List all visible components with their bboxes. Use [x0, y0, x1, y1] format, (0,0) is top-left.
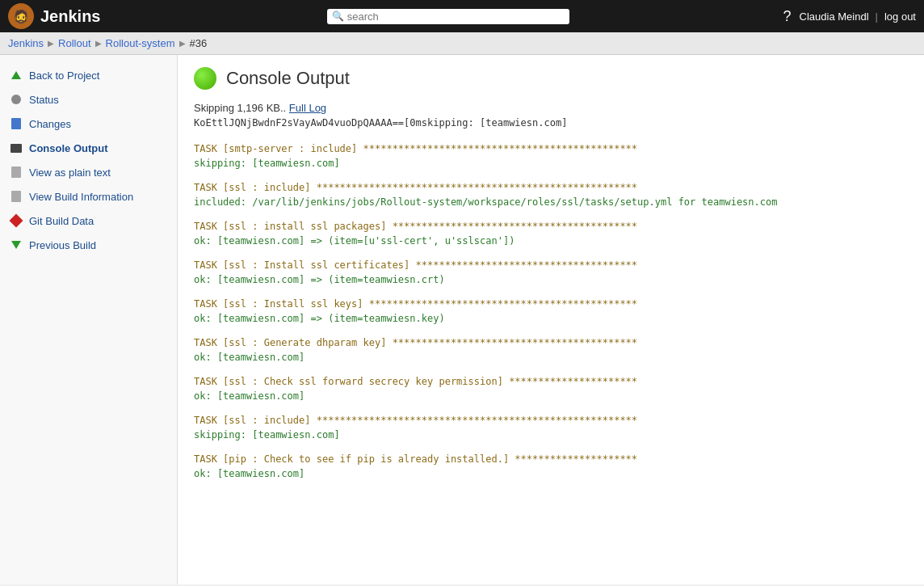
encoded-line: KoEttlJQNjBwdnF2sVayAwD4vuoDpQAAAA==[0ms…	[194, 117, 908, 129]
content: Console Output Skipping 1,196 KB.. Full …	[178, 55, 924, 584]
skip-line: Skipping 1,196 KB.. Full Log	[194, 102, 908, 114]
build-info-icon	[10, 190, 23, 203]
console-title: Console Output	[226, 68, 350, 89]
jenkins-logo-icon: 🧔	[8, 3, 34, 29]
jenkins-title: Jenkins	[40, 7, 100, 26]
sidebar: Back to Project Status Changes Console O…	[0, 55, 178, 584]
skip-size: 1,196 KB	[237, 102, 280, 114]
task-block-6: TASK [ssl : Generate dhparam key] ******…	[194, 335, 908, 365]
skip-prefix: Skipping	[194, 102, 237, 114]
breadcrumb-jenkins[interactable]: Jenkins	[8, 37, 44, 49]
task-line-6: TASK [ssl : Generate dhparam key] ******…	[194, 335, 908, 350]
result-line-7: ok: [teamwiesn.com]	[194, 389, 908, 403]
task-block-2: TASK [ssl : include] *******************…	[194, 180, 908, 209]
search-icon: 🔍	[332, 11, 344, 22]
task-block-3: TASK [ssl : install ssl packages] ******…	[194, 219, 908, 248]
prev-build-icon	[10, 238, 23, 251]
search-input[interactable]	[347, 11, 565, 23]
result-line-4: ok: [teamwiesn.com] => (item=teamwiesn.c…	[194, 272, 908, 287]
task-line-7: TASK [ssl : Check ssl forward secrecy ke…	[194, 374, 908, 389]
status-icon	[10, 93, 23, 106]
task-line-8: TASK [ssl : include] *******************…	[194, 413, 908, 428]
result-line-8: skipping: [teamwiesn.com]	[194, 428, 908, 442]
breadcrumb-arrow-1: ▶	[48, 39, 54, 48]
result-line-1: skipping: [teamwiesn.com]	[194, 156, 908, 171]
task-line-4: TASK [ssl : Install ssl certificates] **…	[194, 258, 908, 272]
console-output: TASK [smtp-server : include] ***********…	[194, 141, 908, 481]
breadcrumb-arrow-2: ▶	[95, 39, 102, 48]
task-block-1: TASK [smtp-server : include] ***********…	[194, 141, 908, 171]
result-line-2: included: /var/lib/jenkins/jobs/Rollout-…	[194, 195, 908, 209]
sidebar-label-build-info: View Build Information	[29, 191, 133, 203]
skip-suffix: ..	[280, 102, 286, 114]
sidebar-item-changes[interactable]: Changes	[0, 112, 177, 136]
sidebar-label-git: Git Build Data	[29, 215, 94, 227]
logout-link[interactable]: log out	[884, 11, 916, 23]
plain-text-icon	[10, 166, 23, 179]
task-block-8: TASK [ssl : include] *******************…	[194, 413, 908, 442]
sidebar-label-prev: Previous Build	[29, 239, 96, 251]
sidebar-item-back-to-project[interactable]: Back to Project	[0, 63, 177, 87]
task-block-7: TASK [ssl : Check ssl forward secrecy ke…	[194, 374, 908, 403]
user-area: Claudia Meindl | log out	[800, 11, 916, 23]
task-line-3: TASK [ssl : install ssl packages] ******…	[194, 219, 908, 234]
header: 🧔 Jenkins 🔍 ? Claudia Meindl | log out	[0, 0, 924, 32]
sidebar-item-git-build-data[interactable]: Git Build Data	[0, 209, 177, 233]
full-log-link[interactable]: Full Log	[289, 102, 326, 114]
sidebar-item-previous-build[interactable]: Previous Build	[0, 233, 177, 257]
separator: |	[876, 11, 878, 23]
sidebar-item-console-output[interactable]: Console Output	[0, 136, 177, 160]
result-line-5: ok: [teamwiesn.com] => (item=teamwiesn.k…	[194, 311, 908, 326]
task-line-2: TASK [ssl : include] *******************…	[194, 180, 908, 195]
sidebar-label-console: Console Output	[29, 142, 108, 154]
breadcrumb-arrow-3: ▶	[179, 39, 186, 48]
task-line-1: TASK [smtp-server : include] ***********…	[194, 141, 908, 156]
result-line-3: ok: [teamwiesn.com] => (item=[u'ssl-cert…	[194, 234, 908, 248]
logo-area[interactable]: 🧔 Jenkins	[8, 3, 113, 29]
task-line-5: TASK [ssl : Install ssl keys] **********…	[194, 297, 908, 311]
breadcrumb: Jenkins ▶ Rollout ▶ Rollout-system ▶ #36	[0, 32, 924, 55]
green-ball-icon	[194, 67, 216, 90]
sidebar-label-changes: Changes	[29, 118, 71, 130]
user-name: Claudia Meindl	[800, 11, 869, 23]
sidebar-label-status: Status	[29, 94, 59, 106]
sidebar-item-status[interactable]: Status	[0, 87, 177, 112]
breadcrumb-rollout[interactable]: Rollout	[58, 37, 90, 49]
git-icon	[10, 214, 23, 227]
sidebar-label-back: Back to Project	[29, 70, 99, 82]
sidebar-item-view-build-information[interactable]: View Build Information	[0, 184, 177, 209]
help-icon[interactable]: ?	[783, 8, 792, 25]
result-line-9: ok: [teamwiesn.com]	[194, 466, 908, 481]
sidebar-label-plain-text: View as plain text	[29, 167, 111, 179]
task-block-9: TASK [pip : Check to see if pip is alrea…	[194, 452, 908, 481]
changes-icon	[10, 117, 23, 130]
console-icon	[10, 141, 23, 154]
sidebar-item-view-as-plain-text[interactable]: View as plain text	[0, 160, 177, 184]
breadcrumb-rollout-system[interactable]: Rollout-system	[106, 37, 175, 49]
task-line-9: TASK [pip : Check to see if pip is alrea…	[194, 452, 908, 466]
main-container: Back to Project Status Changes Console O…	[0, 55, 924, 584]
search-area: 🔍	[121, 9, 775, 24]
task-block-4: TASK [ssl : Install ssl certificates] **…	[194, 258, 908, 287]
task-block-5: TASK [ssl : Install ssl keys] **********…	[194, 297, 908, 326]
breadcrumb-build-number: #36	[190, 37, 208, 49]
result-line-6: ok: [teamwiesn.com]	[194, 350, 908, 365]
search-box-wrapper: 🔍	[327, 9, 569, 24]
console-header: Console Output	[194, 67, 908, 90]
up-arrow-icon	[10, 69, 23, 82]
